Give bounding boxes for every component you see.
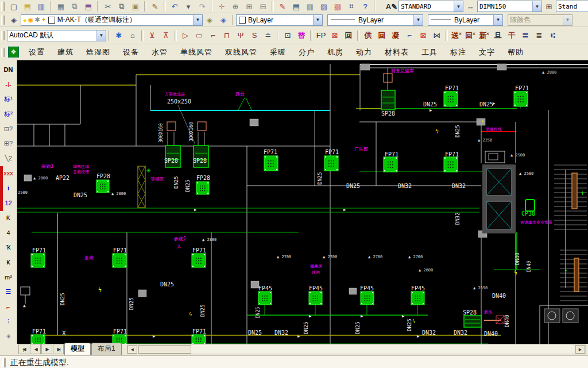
riser2-icon[interactable]: 干 xyxy=(505,29,519,42)
info-icon[interactable]: i xyxy=(1,181,16,195)
command-grip[interactable] xyxy=(2,358,6,367)
workspace-settings-icon[interactable]: ✱ xyxy=(112,29,126,42)
menu-item-9[interactable]: 机房 xyxy=(321,47,350,57)
menu-item-8[interactable]: 分户 xyxy=(292,47,321,57)
menu-item-2[interactable]: 焓湿图 xyxy=(80,47,117,57)
chevron-down-icon[interactable]: ▼ xyxy=(454,1,463,12)
menu-item-10[interactable]: 动力 xyxy=(350,47,378,57)
new-file-icon[interactable]: ▢ xyxy=(7,0,21,13)
copy-icon[interactable]: ⧉ xyxy=(115,0,129,13)
query1-icon[interactable]: ⊡? xyxy=(1,121,16,136)
menu-item-14[interactable]: 文字 xyxy=(473,47,501,57)
pipe-box-icon[interactable]: ⊠ xyxy=(416,29,430,42)
replace-icon[interactable]: 替 xyxy=(295,29,308,42)
menu-item-0[interactable]: 设置 xyxy=(22,47,51,57)
duct-grille-icon[interactable]: ≐ xyxy=(261,29,275,42)
return-pipe-icon[interactable]: 回 xyxy=(375,29,389,42)
scroll-right-icon[interactable]: ▶ xyxy=(575,345,585,354)
model-home-icon[interactable]: ⌂ xyxy=(126,29,140,42)
box-center-icon[interactable]: ⊡ xyxy=(281,29,295,42)
designcenter-icon[interactable]: ▥ xyxy=(303,0,317,13)
undo-icon[interactable]: ↶ xyxy=(168,0,181,13)
chevron-down-icon[interactable]: ▼ xyxy=(532,1,541,12)
duct-pants-icon[interactable]: Ψ xyxy=(234,29,247,42)
duct-straight-icon[interactable]: ▭ xyxy=(192,29,206,42)
chevron-down-icon[interactable]: ▼ xyxy=(96,30,106,41)
tab-nav-1[interactable]: ◀ xyxy=(30,344,41,354)
cad-drawing-area[interactable]: 250x250300X160300X160SP28SP28SP28SP28CP3… xyxy=(17,60,588,344)
tag2-icon[interactable]: 标² xyxy=(1,106,16,121)
color-combo[interactable]: ByLayer ▼ xyxy=(236,14,323,26)
hui-box-icon[interactable]: 回 xyxy=(342,29,355,42)
toolbar-grip[interactable] xyxy=(1,16,5,25)
threelines-icon[interactable]: ≣ xyxy=(532,29,546,42)
horizontal-scrollbar[interactable]: ◀ ▶ xyxy=(127,344,586,354)
twolines-icon[interactable]: 〓 xyxy=(519,29,532,42)
publish-icon[interactable]: ⬒ xyxy=(82,0,95,13)
hatch-icon[interactable]: ✳ xyxy=(1,329,16,344)
layer-combo[interactable]: ●◉✱✦ M-AK-T（暖通空调标注） ▼ xyxy=(21,14,203,26)
k1-icon[interactable]: Ƙ xyxy=(1,210,16,225)
send-duct-icon[interactable]: 送˟ xyxy=(450,29,463,42)
command-line[interactable]: 正在重生成模型. xyxy=(0,355,588,368)
pan-icon[interactable]: ✛ xyxy=(215,0,229,13)
tag1-icon[interactable]: 标¹ xyxy=(1,92,16,107)
duct-tee-icon[interactable]: ⊓ xyxy=(220,29,234,42)
duct-s-icon[interactable]: S xyxy=(247,29,261,42)
tab-nav-3[interactable]: ▶| xyxy=(53,344,64,354)
menu-item-4[interactable]: 水管 xyxy=(145,47,174,57)
make-layer-current-icon[interactable]: ◈ xyxy=(203,14,216,26)
zoom-realtime-icon[interactable]: ⊕ xyxy=(229,0,242,13)
workspace-combo[interactable]: AutoCAD 默认 ▼ xyxy=(7,30,106,41)
chevron-down-icon[interactable]: ▼ xyxy=(493,15,502,25)
toolbar-grip[interactable] xyxy=(1,48,5,57)
query2-icon[interactable]: ⊞? xyxy=(1,136,16,151)
plot-icon[interactable]: ▦ xyxy=(54,0,68,13)
fresh-duct-icon[interactable]: 新˟ xyxy=(477,29,491,42)
menu-item-15[interactable]: 帮助 xyxy=(501,47,530,57)
duct-elbow-icon[interactable]: ⌐ xyxy=(206,29,220,42)
properties-icon[interactable]: ▤ xyxy=(289,0,303,13)
slope-icon[interactable]: ╲2 xyxy=(1,151,16,166)
axis-dim-icon[interactable]: -I- xyxy=(1,77,16,92)
text-style-combo[interactable]: STANDARD ▼ xyxy=(399,1,463,12)
duct-new-icon[interactable]: ▷ xyxy=(179,29,192,42)
undo-drop-icon[interactable]: ▾ xyxy=(181,0,195,13)
quickcalc-icon[interactable]: ⌗ xyxy=(345,0,358,13)
pipe-num-icon[interactable]: 12 xyxy=(1,195,16,210)
text-style-icon[interactable]: A✎ xyxy=(385,0,399,13)
lineweight-combo[interactable]: ByLayer ▼ xyxy=(428,14,503,26)
cut-icon[interactable]: ✂ xyxy=(101,0,115,13)
tool-hammer2-icon[interactable]: ⊼ xyxy=(159,29,173,42)
plot-preview-icon[interactable]: ⧉ xyxy=(68,0,82,13)
redo-icon[interactable]: ↷ xyxy=(195,0,209,13)
menu-item-5[interactable]: 单线风管 xyxy=(174,47,219,57)
dn-dim-icon[interactable]: DN xyxy=(1,62,16,77)
table-style-icon[interactable]: ⊞ xyxy=(542,0,556,13)
return-duct-icon[interactable]: 回˟ xyxy=(463,29,477,42)
zoom-window-icon[interactable]: ⊞ xyxy=(242,0,256,13)
toolbar-grip[interactable] xyxy=(1,31,5,40)
toolbar-grip[interactable] xyxy=(1,2,5,11)
help-icon[interactable]: ? xyxy=(358,0,372,13)
menu-item-6[interactable]: 双线风管 xyxy=(219,47,264,57)
multiline-icon[interactable]: ☰ xyxy=(1,285,16,300)
parallel-icon[interactable]: ⫶ xyxy=(1,315,16,329)
triple-x-icon[interactable]: xxx xyxy=(1,166,16,181)
menu-item-7[interactable]: 采暖 xyxy=(264,47,292,57)
chevron-down-icon[interactable]: ▼ xyxy=(313,15,322,25)
area-m2-icon[interactable]: m² xyxy=(1,270,16,285)
chevron-down-icon[interactable]: ▼ xyxy=(413,15,423,25)
dim-style-icon[interactable]: ↔ xyxy=(463,0,477,13)
zoom-previous-icon[interactable]: ⊟ xyxy=(256,0,270,13)
menu-item-1[interactable]: 建筑 xyxy=(51,47,80,57)
save-icon[interactable]: ▥ xyxy=(34,0,48,13)
fancoil-icon[interactable]: FP xyxy=(314,29,328,42)
tab-model[interactable]: 模型 xyxy=(64,343,91,355)
tab-layout1[interactable]: 布局1 xyxy=(91,343,122,355)
table-style-combo[interactable]: Stand xyxy=(556,1,588,12)
markup-icon[interactable]: ▧ xyxy=(331,0,345,13)
scrollbar-thumb[interactable] xyxy=(138,345,191,354)
k2-icon[interactable]: 4 xyxy=(1,225,16,240)
supply-pipe-icon[interactable]: 供 xyxy=(361,29,375,42)
